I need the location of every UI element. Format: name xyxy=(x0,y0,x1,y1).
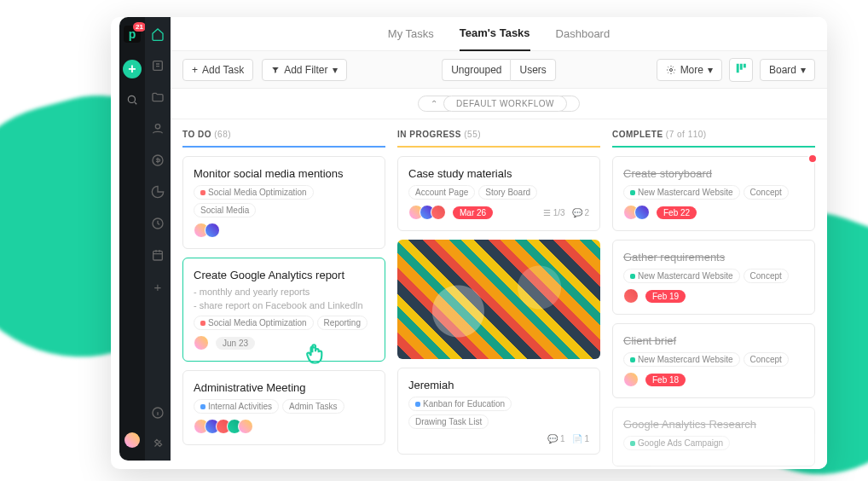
main-tabs: My Tasks Team's Tasks Dashboard xyxy=(171,17,827,51)
tag: Reporting xyxy=(317,316,367,330)
tag: New Mastercard Website xyxy=(623,352,740,367)
assignees xyxy=(408,205,446,220)
add-button[interactable]: + xyxy=(123,60,142,78)
task-card[interactable]: Google Analytics Research Google Ads Cam… xyxy=(612,407,815,467)
svg-rect-5 xyxy=(153,251,163,260)
due-date: Feb 19 xyxy=(645,290,686,303)
task-card[interactable]: Gather requirements New Mastercard Websi… xyxy=(612,240,815,315)
task-image-card[interactable] xyxy=(397,240,600,359)
clock-icon[interactable] xyxy=(151,217,165,233)
tag: Admin Tasks xyxy=(282,399,344,414)
card-title: Create storyboard xyxy=(623,167,804,180)
column-complete: COMPLETE (7 of 110) Create storyboard Ne… xyxy=(612,130,815,469)
folder-icon[interactable] xyxy=(151,90,165,107)
card-title: Gather requirements xyxy=(623,251,804,264)
task-card[interactable]: Create storyboard New Mastercard Website… xyxy=(612,156,815,231)
tag: Social Media Optimization xyxy=(194,185,314,200)
tag: Story Board xyxy=(478,185,537,200)
home-icon[interactable] xyxy=(151,27,165,43)
tag: New Mastercard Website xyxy=(623,185,740,200)
assignees xyxy=(623,372,639,387)
add-nav-icon[interactable]: + xyxy=(154,280,162,294)
app-logo[interactable]: p 21 xyxy=(124,26,141,43)
tag: Google Ads Campaign xyxy=(623,436,730,450)
workflow-selector[interactable]: ⌃ DEFAULT WORKFLOW xyxy=(418,96,580,112)
comment-icon: 💬 1 xyxy=(547,434,564,443)
col-count: (7 of 110) xyxy=(666,130,707,139)
user-avatar[interactable] xyxy=(124,432,140,448)
tag: New Mastercard Website xyxy=(623,269,740,283)
col-count: (55) xyxy=(464,130,481,139)
assignees xyxy=(194,223,220,238)
task-card[interactable]: Client brief New Mastercard Website Conc… xyxy=(612,323,815,398)
col-count: (68) xyxy=(214,130,231,139)
add-filter-button[interactable]: Add Filter▾ xyxy=(262,59,346,81)
money-icon[interactable] xyxy=(151,154,165,170)
assignees xyxy=(623,205,650,220)
tag: Social Media xyxy=(194,203,256,217)
tag: Internal Activities xyxy=(194,399,279,414)
tag: Concept xyxy=(744,352,789,367)
board-view-icon[interactable] xyxy=(729,58,753,82)
tag: Social Media Optimization xyxy=(194,316,314,330)
people-icon[interactable] xyxy=(151,122,165,138)
add-task-button[interactable]: +Add Task xyxy=(182,59,253,81)
svg-rect-9 xyxy=(740,63,743,69)
checklist-icon: ☰ 1/3 xyxy=(543,208,565,217)
projects-icon[interactable] xyxy=(151,59,165,75)
comment-icon: 💬 2 xyxy=(572,208,589,217)
more-button[interactable]: More▾ xyxy=(657,59,722,81)
task-card[interactable]: Case study materials Account Page Story … xyxy=(397,156,600,231)
info-icon[interactable] xyxy=(151,406,165,422)
tab-teams-tasks[interactable]: Team's Tasks xyxy=(460,17,530,51)
card-subtitle: - monthly and yearly reports xyxy=(194,287,374,297)
task-card[interactable]: Jeremiah Kanban for Education Drawing Ta… xyxy=(397,368,600,455)
column-todo: TO DO (68) Monitor social media mentions… xyxy=(182,130,385,469)
tab-my-tasks[interactable]: My Tasks xyxy=(388,17,434,51)
svg-point-7 xyxy=(669,68,672,71)
col-title: TO DO xyxy=(182,130,211,139)
svg-rect-8 xyxy=(737,63,739,72)
svg-rect-10 xyxy=(744,63,746,67)
ungrouped-button[interactable]: Ungrouped xyxy=(442,59,510,81)
tab-dashboard[interactable]: Dashboard xyxy=(556,17,610,51)
card-title: Google Analytics Research xyxy=(623,418,804,431)
due-date: Mar 26 xyxy=(453,206,493,219)
assignees xyxy=(194,419,253,434)
card-subtitle: - share report on Facebook and LinkedIn xyxy=(194,300,374,310)
card-title: Create Google Analytics report xyxy=(194,269,374,281)
task-card[interactable]: Monitor social media mentions Social Med… xyxy=(182,156,385,249)
board-button[interactable]: Board▾ xyxy=(760,59,815,81)
tag: Kanban for Education xyxy=(408,397,512,411)
notification-badge: 21 xyxy=(133,22,146,32)
card-title: Monitor social media mentions xyxy=(194,167,374,180)
tag: Concept xyxy=(744,185,789,200)
users-button[interactable]: Users xyxy=(511,59,556,81)
tag: Concept xyxy=(744,269,789,283)
due-date: Feb 18 xyxy=(645,374,686,386)
tag: Account Page xyxy=(408,185,475,200)
toolbar: +Add Task Add Filter▾ Ungrouped Users Mo… xyxy=(171,51,827,89)
primary-sidebar: p 21 + xyxy=(119,17,145,461)
card-title: Client brief xyxy=(623,334,804,347)
card-title: Administrative Meeting xyxy=(194,381,374,394)
calendar-icon[interactable] xyxy=(151,248,165,264)
task-card[interactable]: Create Google Analytics report - monthly… xyxy=(182,258,385,362)
card-title: Case study materials xyxy=(408,167,589,180)
due-date: Jun 23 xyxy=(216,337,255,350)
settings-icon[interactable] xyxy=(152,438,164,452)
task-card[interactable]: Administrative Meeting Internal Activiti… xyxy=(182,370,385,445)
search-icon[interactable] xyxy=(126,94,138,108)
col-title: IN PROGRESS xyxy=(397,130,461,139)
chart-icon[interactable] xyxy=(151,185,165,201)
file-icon: 📄 1 xyxy=(572,434,589,443)
kanban-board: TO DO (68) Monitor social media mentions… xyxy=(171,119,827,469)
assignees xyxy=(623,288,639,304)
col-title: COMPLETE xyxy=(612,130,663,139)
assignees xyxy=(194,335,209,351)
tag: Drawing Task List xyxy=(408,414,489,429)
nav-sidebar: + xyxy=(145,17,171,461)
app-window: My Tasks Team's Tasks Dashboard +Add Tas… xyxy=(111,17,827,469)
svg-point-2 xyxy=(155,125,159,129)
column-progress: IN PROGRESS (55) Case study materials Ac… xyxy=(397,130,600,469)
